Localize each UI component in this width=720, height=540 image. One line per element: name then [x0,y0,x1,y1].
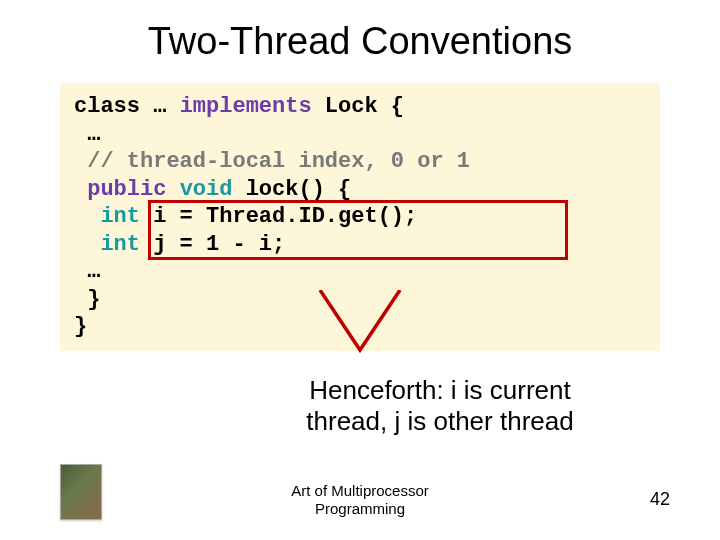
code-line-4: int i = Thread.ID.get(); [74,203,646,231]
code-line-2: // thread-local index, 0 or 1 [74,148,646,176]
code-line-5: int j = 1 - i; [74,231,646,259]
slide: Two-Thread Conventions class … implement… [0,0,720,540]
code-block: class … implements Lock { … // thread-lo… [60,83,660,351]
annotation-text: Henceforth: i is current thread, j is ot… [210,375,670,437]
slide-title: Two-Thread Conventions [0,20,720,63]
code-line-1: … [74,121,646,149]
footer-text: Art of Multiprocessor Programming [291,482,429,518]
code-line-7: } [74,286,646,314]
annotation-line-1: Henceforth: i is current [210,375,670,406]
page-number: 42 [650,489,670,510]
code-line-6: … [74,258,646,286]
annotation-line-2: thread, j is other thread [210,406,670,437]
book-cover-icon [60,464,102,520]
code-line-3: public void lock() { [74,176,646,204]
code-line-0: class … implements Lock { [74,93,646,121]
code-line-8: } [74,313,646,341]
